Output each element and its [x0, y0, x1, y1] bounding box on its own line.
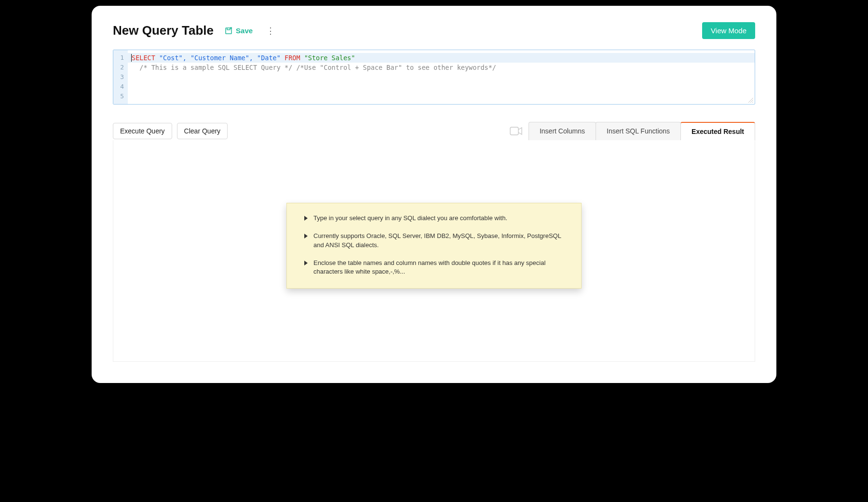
result-area: Type in your select query in any SQL dia…: [113, 140, 755, 362]
sql-table: "Store Sales": [304, 54, 355, 62]
save-label: Save: [236, 26, 253, 35]
sql-columns: "Cost", "Customer Name", "Date": [159, 54, 281, 62]
svg-rect-1: [510, 127, 518, 135]
editor-code[interactable]: SELECT "Cost", "Customer Name", "Date" F…: [128, 50, 755, 104]
code-line: [500, 64, 504, 71]
sql-editor[interactable]: 1 2 3 4 5 SELECT "Cost", "Customer Name"…: [113, 50, 755, 105]
line-number: 2: [118, 63, 124, 72]
save-button[interactable]: Save: [224, 26, 253, 35]
sql-from-kw: FROM: [285, 54, 300, 62]
tip-text: Enclose the table names and column names…: [313, 259, 564, 277]
tips-box: Type in your select query in any SQL dia…: [286, 203, 582, 289]
view-mode-button[interactable]: View Mode: [702, 22, 755, 39]
tip-text: Type in your select query in any SQL dia…: [313, 214, 507, 223]
page-title: New Query Table: [113, 23, 214, 38]
tab-insert-columns[interactable]: Insert Columns: [529, 122, 596, 140]
video-icon[interactable]: [510, 127, 522, 137]
toolbar: Execute Query Clear Query Insert Columns…: [113, 122, 755, 140]
code-line: [132, 64, 136, 71]
editor-gutter: 1 2 3 4 5: [113, 50, 128, 104]
tab-insert-sql-functions[interactable]: Insert SQL Functions: [596, 122, 681, 140]
line-number: 4: [118, 82, 124, 92]
triangle-icon: [304, 216, 308, 221]
triangle-icon: [304, 261, 308, 265]
toolbar-right: Insert Columns Insert SQL Functions Exec…: [510, 122, 755, 140]
code-comment: /*Use "Control + Space Bar" to see other…: [296, 64, 496, 71]
execute-query-button[interactable]: Execute Query: [113, 123, 172, 139]
tip-item: Enclose the table names and column names…: [304, 259, 564, 277]
result-tabs: Insert Columns Insert SQL Functions Exec…: [529, 122, 755, 140]
sql-select-kw: SELECT: [132, 54, 155, 62]
more-menu-icon[interactable]: ⋮: [263, 26, 278, 35]
code-comment: /* This is a sample SQL SELECT Query */: [139, 64, 292, 71]
line-number: 5: [118, 92, 124, 101]
tip-item: Type in your select query in any SQL dia…: [304, 214, 564, 223]
header-left: New Query Table Save ⋮: [113, 23, 278, 38]
line-number: 1: [118, 53, 124, 63]
resize-grip-icon[interactable]: [748, 97, 754, 103]
tips-list: Type in your select query in any SQL dia…: [304, 214, 564, 277]
toolbar-left: Execute Query Clear Query: [113, 123, 228, 139]
header: New Query Table Save ⋮ View Mode: [113, 22, 755, 39]
query-table-window: New Query Table Save ⋮ View Mode 1 2 3 4…: [92, 6, 776, 383]
tip-text: Currently supports Oracle, SQL Server, I…: [313, 232, 564, 250]
triangle-icon: [304, 234, 308, 238]
save-icon: [224, 26, 233, 35]
code-line: SELECT "Cost", "Customer Name", "Date" F…: [128, 53, 755, 63]
tip-item: Currently supports Oracle, SQL Server, I…: [304, 232, 564, 250]
tab-executed-result[interactable]: Executed Result: [680, 122, 755, 140]
clear-query-button[interactable]: Clear Query: [177, 123, 228, 139]
line-number: 3: [118, 72, 124, 82]
